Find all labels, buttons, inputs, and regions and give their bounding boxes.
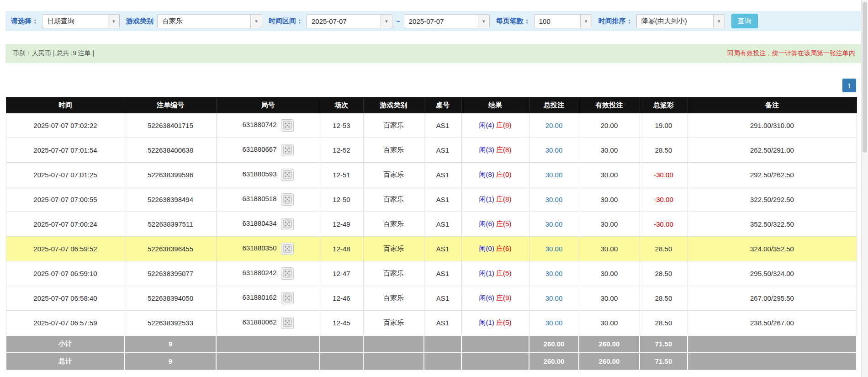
footer-label: 总计 [6,353,125,370]
cell-total-bet[interactable]: 20.00 [529,113,579,138]
footer-empty [688,353,857,370]
game-replay-icon[interactable] [281,193,294,206]
result-banker: 庄(8) [496,195,511,203]
cell-table-no: AS1 [424,187,461,212]
cell-game: 百家乐 [363,212,424,237]
cell-time: 2025-07-07 07:01:25 [6,163,125,187]
table-row: 2025-07-07 06:59:10522638395077631880242… [6,261,857,286]
cell-payout: -30.00 [640,187,688,212]
cell-valid-bet: 30.00 [579,138,640,163]
cell-table-no: AS1 [424,286,461,311]
game-category-value: 百家乐 [158,15,250,28]
cell-table-no: AS1 [424,311,461,335]
column-header: 备注 [688,97,857,113]
cell-game: 百家乐 [363,113,424,138]
cell-total-bet[interactable]: 30.00 [529,237,579,261]
cell-note: 322.50/292.50 [688,187,857,212]
date-to-select[interactable]: 2025-07-07 ▾ [404,14,490,28]
column-header: 注单编号 [125,97,216,113]
sort-select[interactable]: 降幂(由大到小) ▾ [636,14,725,28]
cell-result: 闲(6) 庄(9) [461,286,529,311]
round-id-text: 631880593 [242,170,276,178]
cell-note: 352.50/322.50 [688,212,857,237]
chevron-down-icon[interactable]: ▾ [713,15,725,28]
chevron-down-icon[interactable]: ▾ [381,15,392,28]
cell-session: 12-47 [320,261,363,286]
footer-valid-bet: 260.00 [579,335,640,353]
cell-total-bet[interactable]: 30.00 [529,187,579,212]
chevron-down-icon[interactable]: ▾ [108,15,119,28]
footer-empty [461,353,529,370]
cell-session: 12-49 [320,212,363,237]
bet-records-table: 时间注单编号局号场次游戏类别桌号结果总投注有效投注总派彩备注 2025-07-0… [5,97,857,371]
table-row: 2025-07-07 07:00:55522638398494631880518… [6,187,857,212]
cell-game: 百家乐 [363,311,424,335]
game-replay-icon[interactable] [281,119,294,132]
scrollbar-thumb[interactable] [863,2,867,153]
cell-game: 百家乐 [363,286,424,311]
cell-time: 2025-07-07 06:59:10 [6,261,125,286]
chevron-down-icon[interactable]: ▾ [250,15,262,28]
cell-note: 262.50/291.00 [688,138,857,163]
summary-notice-text: 同局有效投注，统一计算在该局第一张注单内 [727,49,855,58]
cell-round-id: 631880434 [216,212,320,237]
cell-valid-bet: 30.00 [579,237,640,261]
cell-total-bet[interactable]: 30.00 [529,163,579,187]
cell-result: 闲(6) 庄(5) [461,212,529,237]
game-replay-icon[interactable] [281,317,294,329]
cell-total-bet[interactable]: 30.00 [529,138,579,163]
cell-bet-id: 522638395077 [125,261,216,286]
query-type-select[interactable]: 日期查询 ▾ [42,14,120,28]
game-replay-icon[interactable] [281,144,294,156]
cell-total-bet[interactable]: 30.00 [529,311,579,335]
chevron-down-icon[interactable]: ▾ [478,15,489,28]
cell-result: 闲(1) 庄(5) [461,261,529,286]
table-row: 2025-07-07 07:01:25522638399596631880593… [6,163,857,187]
cell-time: 2025-07-07 07:00:55 [6,187,125,212]
table-header-row: 时间注单编号局号场次游戏类别桌号结果总投注有效投注总派彩备注 [6,97,857,113]
cell-round-id: 631880350 [216,237,320,261]
cell-payout: 28.50 [640,311,688,335]
cell-round-id: 631880742 [216,113,320,138]
cell-game: 百家乐 [363,237,424,261]
cell-time: 2025-07-07 07:02:22 [6,113,125,138]
date-from-select[interactable]: 2025-07-07 ▾ [307,14,392,28]
page-size-select[interactable]: 100 ▾ [534,14,592,28]
cell-total-bet[interactable]: 30.00 [529,261,579,286]
cell-total-bet[interactable]: 30.00 [529,286,579,311]
cell-session: 12-53 [320,113,363,138]
cell-table-no: AS1 [424,237,461,261]
footer-total-bet: 260.00 [529,335,579,353]
chevron-down-icon[interactable]: ▾ [580,15,592,28]
game-replay-icon[interactable] [281,218,294,230]
cell-total-bet[interactable]: 30.00 [529,212,579,237]
footer-empty [363,353,424,370]
result-banker: 庄(8) [496,146,511,154]
scrollbar[interactable] [861,0,868,377]
date-from-value: 2025-07-07 [307,15,381,28]
cell-payout: 28.50 [640,237,688,261]
cell-session: 12-45 [320,311,363,335]
game-replay-icon[interactable] [281,243,294,255]
page-1-button[interactable]: 1 [842,79,856,92]
game-replay-icon[interactable] [281,292,294,304]
summary-bar: 币别：人民币 | 总共 :9 注单 | 同局有效投注，统一计算在该局第一张注单内 [5,44,863,63]
cell-time: 2025-07-07 06:59:52 [6,237,125,261]
cell-payout: -30.00 [640,212,688,237]
cell-bet-id: 522638401715 [125,113,216,138]
cell-time: 2025-07-07 06:57:59 [6,311,125,335]
table-row: 2025-07-07 06:57:59522638392533631880062… [6,311,857,335]
search-button[interactable]: 查询 [731,14,758,28]
column-header: 场次 [320,97,363,113]
cell-table-no: AS1 [424,261,461,286]
result-player: 闲(4) [479,121,494,129]
grandtotal-row: 总计9260.00260.0071.50 [6,353,857,370]
cell-valid-bet: 30.00 [579,163,640,187]
result-banker: 庄(0) [496,170,511,178]
cell-table-no: AS1 [424,212,461,237]
game-category-select[interactable]: 百家乐 ▾ [157,14,262,28]
column-header: 局号 [216,97,320,113]
game-replay-icon[interactable] [281,267,294,280]
game-replay-icon[interactable] [281,169,294,181]
tilde-separator: ~ [396,17,400,25]
